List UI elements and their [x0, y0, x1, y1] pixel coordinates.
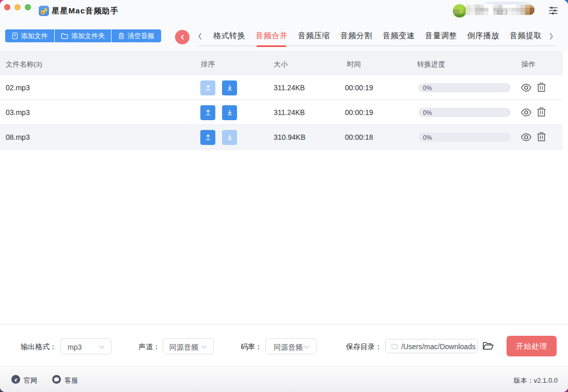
- svg-text:e: e: [14, 377, 18, 383]
